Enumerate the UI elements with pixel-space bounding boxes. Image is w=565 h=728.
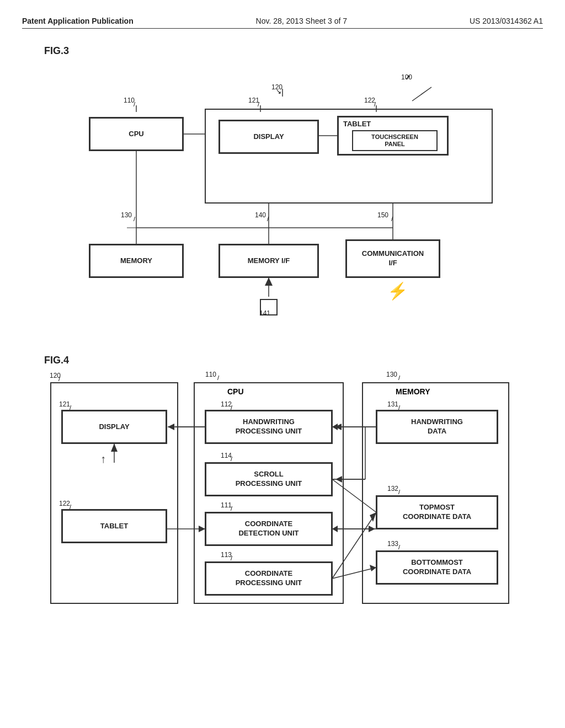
svg-marker-57 [332,526,338,532]
header-right: US 2013/0314362 A1 [470,17,543,25]
fig4-label: FIG.4 [44,355,69,366]
ref130-fig4: 130 [386,371,397,378]
coord-proc-box: COORDINATE PROCESSING UNIT [205,562,332,595]
svg-line-62 [332,568,376,579]
memory-box-fig3: MEMORY [89,244,183,277]
svg-marker-40 [168,424,174,430]
memory-label-fig4: MEMORY [396,387,430,396]
topmost-coord-box: TOPMOST COORDINATE DATA [376,496,498,529]
svg-marker-43 [111,443,118,452]
header-center: Nov. 28, 2013 Sheet 3 of 7 [256,17,348,25]
ref133-fig4: 133 [387,540,398,548]
svg-marker-46 [199,526,205,532]
ref140: 140 [255,211,266,219]
svg-line-60 [332,512,376,579]
page: Patent Application Publication Nov. 28, … [0,0,565,728]
coord-detect-box: COORDINATE DETECTION UNIT [205,512,332,545]
ref121-fig4: 121 [59,400,70,408]
svg-text:↑: ↑ [100,453,106,465]
cpu-box: CPU [89,117,183,151]
fig4-diagram: ↑ [45,366,520,675]
svg-marker-61 [370,512,376,522]
ref150: 150 [377,211,388,219]
svg-marker-54 [335,476,342,483]
ref131-fig4: 131 [387,400,398,408]
ref130: 130 [121,211,132,219]
display-box-fig4: DISPLAY [62,410,167,443]
svg-marker-48 [332,424,338,430]
tablet-box-fig3: TABLET TOUCHSCREENPANEL [338,116,448,155]
handwriting-data-box: HANDWRITING DATA [376,410,498,443]
memory-if-box: MEMORY I/F [219,244,318,277]
svg-marker-50 [335,424,342,430]
ref141: 141 [259,309,270,317]
fig3-label: FIG.3 [44,45,69,56]
svg-marker-59 [369,526,375,532]
ref132-fig4: 132 [387,485,398,493]
svg-text:⚡: ⚡ [387,281,408,301]
handwriting-proc-box: HANDWRITING PROCESSING UNIT [205,410,332,443]
svg-marker-24 [265,277,273,286]
ref110-fig4: 110 [205,371,216,378]
svg-line-0 [412,87,431,101]
comm-if-box: COMMUNICATION I/F [346,240,440,277]
cpu-label-fig4: CPU [227,387,244,396]
header: Patent Application Publication Nov. 28, … [22,11,543,29]
tablet-box-fig4: TABLET [62,510,167,543]
bottommost-coord-box: BOTTOMMOST COORDINATE DATA [376,551,498,584]
display-box-fig3: DISPLAY [219,120,318,153]
ref122-fig4: 122 [59,500,70,507]
scroll-proc-box: SCROLL PROCESSING UNIT [205,463,332,496]
svg-marker-63 [370,565,376,571]
header-left: Patent Application Publication [22,17,134,25]
fig3-diagram: ⚡ 100 ↗ 120 ↘ 110 / 121 / 122 / CPU DISP… [45,57,520,333]
svg-line-64 [332,479,376,512]
